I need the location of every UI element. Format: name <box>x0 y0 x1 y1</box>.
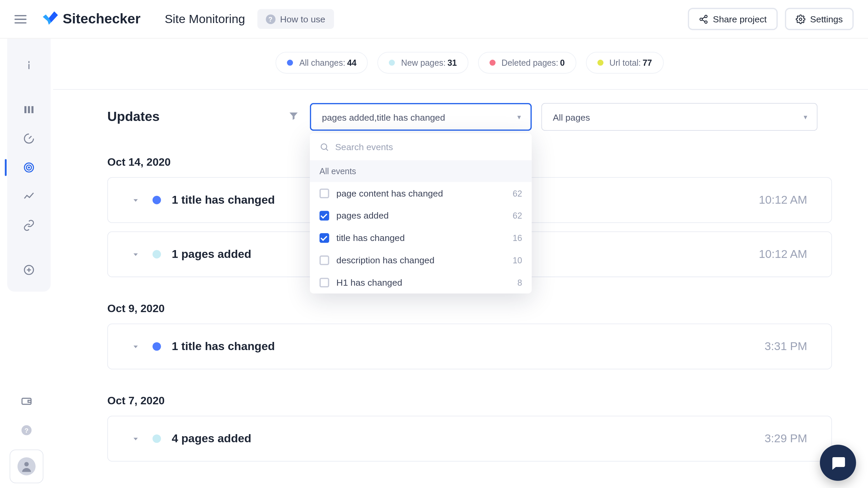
how-to-use-button[interactable]: ? How to use <box>257 9 334 29</box>
sidebar-item-help[interactable]: ? <box>15 418 39 442</box>
sidebar-item-trend[interactable] <box>17 184 41 208</box>
sidebar: ? <box>0 39 53 488</box>
svg-rect-18 <box>28 400 31 402</box>
status-dot-icon <box>153 434 161 443</box>
events-filter-select[interactable]: pages added,title has changed ▼ <box>310 103 532 131</box>
event-filter-option[interactable]: pages added62 <box>310 204 532 227</box>
sidebar-item-add[interactable] <box>17 258 41 282</box>
svg-rect-8 <box>24 106 26 113</box>
checkbox-icon <box>319 233 329 242</box>
event-filter-option-label: page content has changed <box>336 188 443 198</box>
share-project-button[interactable]: Share project <box>688 8 777 30</box>
stat-url-total[interactable]: Url total: 77 <box>586 52 664 74</box>
status-dot-icon <box>153 342 161 351</box>
event-filter-option-label: H1 has changed <box>336 277 402 287</box>
svg-line-3 <box>702 17 705 18</box>
sidebar-item-overview[interactable] <box>17 53 41 77</box>
sidebar-item-link[interactable] <box>17 213 41 237</box>
stat-value: 31 <box>448 58 457 67</box>
date-group-header: Oct 7, 2020 <box>107 395 832 407</box>
event-filter-option-label: pages added <box>336 210 389 221</box>
date-group-header: Oct 9, 2020 <box>107 303 832 315</box>
brand-name: Sitechecker <box>63 11 141 27</box>
update-time: 10:12 AM <box>759 248 807 261</box>
sidebar-item-speed[interactable] <box>17 126 41 150</box>
user-avatar-button[interactable] <box>9 449 43 483</box>
target-icon <box>23 162 35 174</box>
svg-point-13 <box>28 167 29 168</box>
gear-icon <box>796 14 805 24</box>
events-search-input[interactable]: Search events <box>310 133 532 160</box>
svg-line-4 <box>702 20 705 21</box>
svg-point-22 <box>321 143 327 149</box>
svg-rect-7 <box>28 64 29 69</box>
stat-value: 44 <box>347 58 357 67</box>
event-filter-option-label: title has changed <box>336 232 405 243</box>
event-filter-option[interactable]: title has changed16 <box>310 227 532 249</box>
link-icon <box>23 219 35 231</box>
update-text: 4 pages added <box>172 432 252 445</box>
event-filter-option-count: 10 <box>513 255 522 265</box>
update-text: 1 title has changed <box>172 340 275 353</box>
chevron-down-icon: ▼ <box>132 436 139 441</box>
svg-rect-10 <box>32 106 34 113</box>
dot-icon <box>287 60 293 66</box>
stat-new-pages[interactable]: New pages: 31 <box>378 52 469 74</box>
stat-value: 0 <box>560 58 565 67</box>
stat-label: New pages: <box>401 58 446 67</box>
event-filter-option-count: 16 <box>513 233 522 242</box>
question-icon: ? <box>265 14 275 24</box>
checkbox-icon <box>319 255 329 265</box>
svg-rect-17 <box>22 398 31 404</box>
checkbox-icon <box>319 188 329 198</box>
update-time: 3:29 PM <box>765 432 807 445</box>
settings-button[interactable]: Settings <box>785 8 854 30</box>
sidebar-item-monitoring[interactable] <box>17 156 41 180</box>
svg-point-2 <box>705 21 707 23</box>
update-row[interactable]: ▼4 pages added3:29 PM <box>107 416 832 462</box>
event-filter-option-count: 8 <box>517 278 522 287</box>
chevron-down-icon: ▼ <box>803 114 809 120</box>
svg-point-21 <box>24 462 29 466</box>
sidebar-item-wallet[interactable] <box>15 389 39 413</box>
pages-filter-value: All pages <box>553 112 590 122</box>
chevron-down-icon: ▼ <box>132 344 139 349</box>
dot-icon <box>389 60 395 66</box>
event-filter-option[interactable]: description has changed10 <box>310 249 532 271</box>
main-content: All changes: 44 New pages: 31 Deleted pa… <box>53 39 868 488</box>
event-filter-option-label: description has changed <box>336 255 434 265</box>
all-events-option[interactable]: All events <box>310 160 532 182</box>
event-filter-option-count: 62 <box>513 210 522 220</box>
checkbox-icon <box>319 210 329 220</box>
stats-row: All changes: 44 New pages: 31 Deleted pa… <box>71 39 868 89</box>
chat-icon <box>830 454 847 471</box>
update-text: 1 pages added <box>172 248 252 261</box>
stat-label: Deleted pages: <box>501 58 558 67</box>
svg-point-0 <box>705 15 707 17</box>
settings-label: Settings <box>810 14 843 24</box>
event-filter-option[interactable]: H1 has changed8 <box>310 271 532 293</box>
update-row[interactable]: ▼1 title has changed3:31 PM <box>107 324 832 369</box>
stat-all-changes[interactable]: All changes: 44 <box>276 52 368 74</box>
filter-icon <box>288 110 299 123</box>
chat-launcher-button[interactable] <box>820 445 856 481</box>
status-dot-icon <box>153 196 161 204</box>
search-icon <box>319 142 329 151</box>
svg-line-23 <box>326 148 328 150</box>
avatar-icon <box>18 458 36 475</box>
update-time: 10:12 AM <box>759 194 807 207</box>
brand-logo[interactable]: Sitechecker <box>41 10 141 28</box>
update-time: 3:31 PM <box>765 340 807 353</box>
menu-toggle-button[interactable] <box>15 15 27 23</box>
svg-text:?: ? <box>24 427 28 434</box>
share-project-label: Share project <box>713 14 767 24</box>
logo-mark-icon <box>41 10 59 28</box>
sidebar-item-grid[interactable] <box>17 98 41 122</box>
events-filter-value: pages added,title has changed <box>322 112 445 122</box>
chevron-down-icon: ▼ <box>132 252 139 257</box>
pages-filter-select[interactable]: All pages ▼ <box>541 103 817 131</box>
events-filter-dropdown: Search events All events page content ha… <box>310 133 532 293</box>
stat-label: Url total: <box>609 58 641 67</box>
event-filter-option[interactable]: page content has changed62 <box>310 182 532 204</box>
stat-deleted-pages[interactable]: Deleted pages: 0 <box>478 52 576 74</box>
